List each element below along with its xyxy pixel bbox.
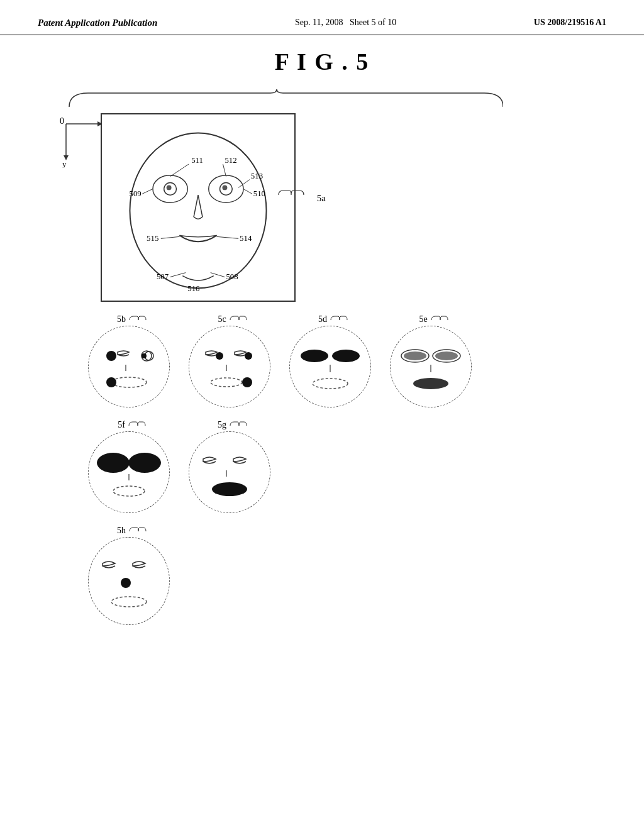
face-diagram: 511 512 513 509 510 515 514 [102, 114, 294, 301]
svg-line-19 [142, 189, 153, 194]
svg-text:514: 514 [240, 234, 252, 243]
svg-text:507: 507 [157, 272, 169, 281]
svg-point-42 [211, 378, 242, 387]
svg-text:508: 508 [226, 272, 238, 281]
svg-line-15 [223, 164, 226, 177]
svg-text:516: 516 [187, 284, 200, 293]
svg-text:509: 509 [129, 189, 141, 198]
svg-point-35 [142, 353, 147, 358]
svg-point-38 [106, 377, 116, 387]
svg-point-59 [212, 482, 247, 496]
svg-point-39 [216, 352, 223, 360]
figure-title: F I G . 5 [38, 48, 606, 75]
label-5h: 5h [117, 526, 147, 536]
svg-point-44 [301, 350, 328, 362]
subfigures-section: 5b [38, 314, 606, 625]
5b-face [91, 332, 167, 401]
svg-point-32 [106, 351, 116, 361]
date-sheet: Sep. 11, 2008 Sheet 5 of 10 [295, 18, 396, 28]
publication-title: Patent Application Publication [38, 18, 157, 28]
label-5a: 5a [275, 189, 326, 204]
5g-face [192, 438, 267, 507]
5a-brace [275, 189, 307, 201]
label-5g: 5g [218, 420, 248, 430]
svg-point-49 [404, 351, 426, 360]
svg-text:510: 510 [253, 189, 265, 198]
svg-line-25 [217, 236, 239, 238]
svg-point-57 [113, 486, 145, 496]
svg-line-21 [243, 189, 252, 194]
subfig-5f: 5f [88, 420, 170, 513]
svg-point-54 [97, 453, 130, 473]
top-brace [50, 88, 503, 110]
svg-point-47 [313, 379, 348, 389]
page-header: Patent Application Publication Sep. 11, … [0, 0, 644, 35]
5f-face [91, 438, 167, 507]
svg-point-37 [111, 377, 147, 387]
svg-point-40 [245, 352, 252, 360]
label-5c: 5c [218, 314, 247, 324]
patent-number: US 2008/219516 A1 [534, 18, 606, 28]
svg-point-45 [332, 350, 360, 362]
svg-point-51 [435, 351, 458, 360]
svg-text:515: 515 [147, 234, 158, 243]
svg-point-61 [111, 597, 147, 607]
svg-point-60 [121, 578, 131, 588]
label-5e: 5e [419, 314, 448, 324]
subfig-5d: 5d [289, 314, 371, 407]
5e-face [393, 332, 469, 401]
svg-point-55 [128, 453, 161, 473]
label-5b: 5b [117, 314, 147, 324]
svg-text:511: 511 [191, 156, 203, 165]
subfig-5c: 5c [189, 314, 270, 407]
y-axis: y [60, 124, 75, 168]
main-content: F I G . 5 0 x y [0, 42, 644, 644]
subfig-5b: 5b [88, 314, 170, 407]
label-5f: 5f [118, 420, 147, 430]
svg-line-13 [170, 164, 189, 177]
subfig-5e: 5e [390, 314, 472, 407]
svg-text:512: 512 [225, 156, 236, 165]
svg-point-9 [167, 185, 172, 190]
subfig-5h: 5h [88, 526, 170, 625]
subfig-5g: 5g [189, 420, 270, 513]
svg-text:y: y [62, 159, 67, 168]
5c-face [192, 332, 267, 401]
5h-face [91, 542, 167, 621]
face-diagram-box: 511 512 513 509 510 515 514 [101, 113, 296, 302]
5d-face [292, 332, 368, 401]
5a-label: 5a [317, 193, 326, 203]
label-5d: 5d [318, 314, 348, 324]
svg-point-53 [413, 378, 448, 389]
svg-point-43 [242, 377, 252, 387]
svg-line-23 [161, 236, 180, 238]
svg-text:513: 513 [251, 172, 263, 180]
svg-point-12 [222, 185, 227, 190]
